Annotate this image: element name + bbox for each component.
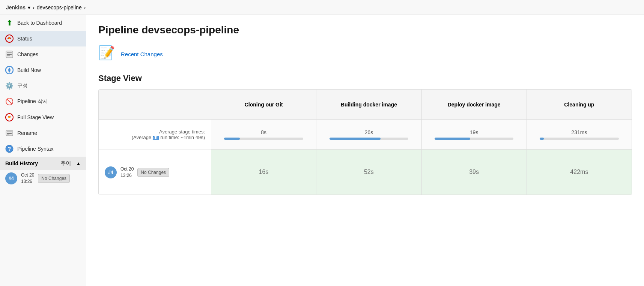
build-history-chevron: ▲ [76, 161, 81, 166]
stage-data-building[interactable]: 52s [316, 150, 421, 195]
stage-headers: Cloning our Git Building docker image De… [211, 90, 632, 120]
stage-bar-building [330, 138, 409, 140]
stage-data-cleanup[interactable]: 422ms [527, 150, 632, 195]
svg-text:?: ? [8, 146, 11, 152]
sidebar-label-back: Back to Dashboard [17, 20, 62, 26]
stage-bar-fill-building [330, 138, 381, 140]
delete-icon: 🚫 [5, 97, 14, 106]
sidebar-label-build-now: Build Now [17, 67, 41, 73]
recent-changes-icon: 📝 [98, 45, 116, 63]
no-changes-label: No Changes [137, 168, 169, 177]
stage-avg-building: 26s [316, 120, 421, 149]
stage-header-cloning: Cloning our Git [211, 90, 316, 119]
avg-time-cloning: 8s [261, 129, 266, 135]
back-icon: ⬆ [5, 19, 14, 27]
jenkins-link[interactable]: Jenkins [6, 4, 26, 10]
stage-avg-cloning: 8s [211, 120, 316, 149]
build-badge[interactable]: #4 [5, 172, 17, 184]
sidebar-item-full-stage-view[interactable]: Full Stage View [0, 109, 86, 125]
stage-table: Average stage times: (Average full run t… [98, 89, 632, 195]
stage-bar-fill-cloning [224, 138, 240, 140]
stage-avg-cleanup: 231ms [527, 120, 632, 149]
stage-bar-fill-deploy [435, 138, 470, 140]
topbar-dropdown-icon[interactable]: ▾ [28, 4, 30, 10]
left-panel-build: #4 Oct 20 13:26 No Changes [99, 150, 211, 195]
sidebar-label-rename: Rename [17, 130, 37, 136]
stage-avg-row: 8s 26s 19s [211, 120, 632, 150]
no-changes-badge: No Changes [38, 174, 70, 183]
sidebar-label-pipeline-delete: Pipeline 삭제 [17, 98, 48, 105]
sidebar-item-build-now[interactable]: Build Now [0, 62, 86, 78]
left-panel-avg: Average stage times: (Average full run t… [99, 120, 211, 150]
stage-header-deploy: Deploy docker image [422, 90, 527, 119]
main-layout: ⬆ Back to Dashboard Status [0, 15, 644, 286]
topbar-pipeline-name: devsecops-pipeline [37, 4, 82, 10]
sidebar-label-pipeline-syntax: Pipeline Syntax [17, 146, 54, 152]
sidebar-label-status: Status [17, 36, 32, 42]
topbar: Jenkins ▾ › devsecops-pipeline › [0, 0, 644, 15]
build-history-header[interactable]: Build History 추이 ▲ [0, 157, 86, 170]
sidebar: ⬆ Back to Dashboard Status [0, 15, 86, 286]
main-content: Pipeline devsecops-pipeline 📝 Recent Cha… [86, 15, 644, 286]
topbar-separator2: › [84, 4, 86, 10]
stage-data-cloning[interactable]: 16s [211, 150, 316, 195]
avg-time-deploy: 19s [470, 129, 478, 135]
full-stage-icon [5, 113, 14, 121]
stage-bar-fill-cleanup [540, 138, 544, 140]
topbar-separator1: › [33, 4, 35, 10]
avg-time-building: 26s [365, 129, 373, 135]
build-number-badge[interactable]: #4 [105, 166, 117, 178]
left-panel: Average stage times: (Average full run t… [99, 90, 211, 195]
avg-label: Average stage times: [105, 129, 205, 135]
stage-bar-cloning [224, 138, 303, 140]
stage-bar-cleanup [540, 138, 619, 140]
recent-changes: 📝 Recent Changes [98, 45, 632, 63]
stage-data-deploy[interactable]: 39s [422, 150, 527, 195]
stage-data-row: 16s 52s 39s 422ms [211, 150, 632, 195]
stage-header-building: Building docker image [316, 90, 421, 119]
avg-runtime: (Average full run time: ~1min 49s) [105, 135, 205, 140]
stage-header-cleanup: Cleaning up [527, 90, 632, 119]
left-panel-header [99, 90, 211, 120]
sidebar-item-status[interactable]: Status [0, 31, 86, 46]
pipeline-syntax-icon: ? [5, 145, 14, 153]
sidebar-item-pipeline-delete[interactable]: 🚫 Pipeline 삭제 [0, 94, 86, 109]
sidebar-item-rename[interactable]: Rename [0, 125, 86, 141]
sidebar-item-configure[interactable]: ⚙️ 구성 [0, 78, 86, 94]
build-history-label: Build History [5, 160, 38, 166]
build-time: Oct 20 13:26 [21, 172, 34, 185]
build-date-time: Oct 20 13:26 [120, 166, 134, 179]
build-now-icon [5, 66, 14, 74]
sidebar-label-changes: Changes [17, 51, 38, 57]
page-title: Pipeline devsecops-pipeline [98, 24, 632, 36]
sidebar-item-pipeline-syntax[interactable]: ? Pipeline Syntax [0, 141, 86, 157]
changes-icon [5, 50, 14, 58]
configure-icon: ⚙️ [5, 82, 14, 90]
sidebar-label-full-stage-view: Full Stage View [17, 114, 54, 120]
right-panel: Cloning our Git Building docker image De… [211, 90, 632, 195]
build-history-row: #4 Oct 20 13:26 No Changes [0, 170, 86, 187]
stage-bar-deploy [435, 138, 514, 140]
status-icon [5, 34, 14, 43]
avg-time-cleanup: 231ms [571, 129, 587, 135]
avg-runtime-link[interactable]: full [153, 135, 159, 140]
build-history-추이: 추이 [60, 160, 71, 167]
stage-avg-deploy: 19s [422, 120, 527, 149]
recent-changes-link[interactable]: Recent Changes [121, 51, 163, 57]
sidebar-item-changes[interactable]: Changes [0, 46, 86, 62]
sidebar-label-configure: 구성 [17, 82, 28, 89]
sidebar-item-back-to-dashboard[interactable]: ⬆ Back to Dashboard [0, 15, 86, 31]
rename-icon [5, 129, 14, 137]
stage-view-title: Stage View [98, 73, 632, 83]
